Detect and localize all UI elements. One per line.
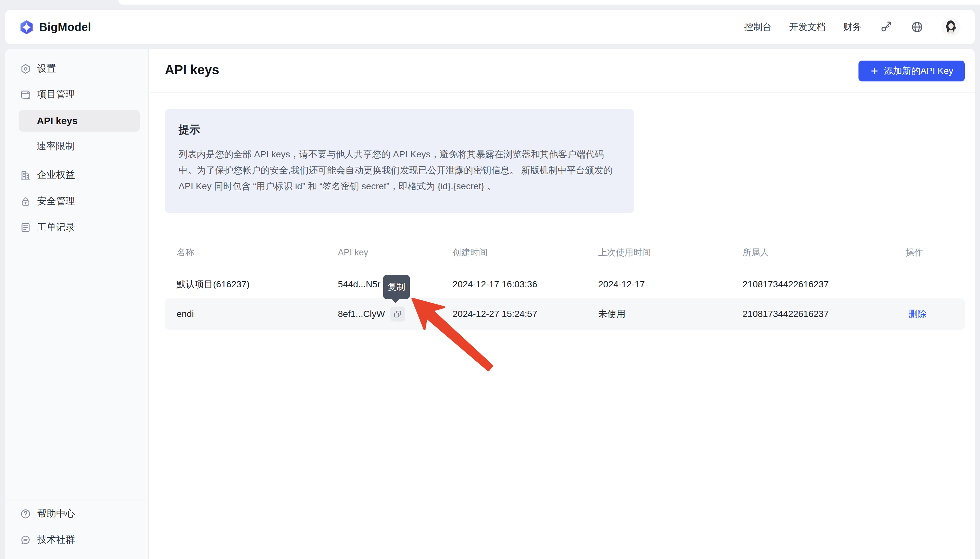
- notice-line: API Key 同时包含 “用户标识 id” 和 “签名密钥 secret”，即…: [178, 178, 620, 194]
- copy-tooltip: 复制: [383, 275, 410, 299]
- add-api-key-button[interactable]: 添加新的API Key: [858, 61, 965, 81]
- top-nav: 控制台 开发文档 财务: [744, 18, 960, 36]
- col-header-created: 创建时间: [453, 246, 598, 258]
- api-keys-table: 名称 API key 创建时间 上次使用时间 所属人 操作 默认项目(61623…: [165, 235, 965, 330]
- app-shell: 设置 项目管理 API keys 速率限制 企业权益: [5, 49, 975, 559]
- brand-name: BigModel: [39, 20, 91, 33]
- sidebar-item-help-center[interactable]: 帮助中心: [20, 504, 75, 524]
- sidebar-item-label: 项目管理: [37, 88, 75, 101]
- sidebar-item-label: 企业权益: [37, 169, 75, 182]
- nav-docs[interactable]: 开发文档: [789, 21, 826, 33]
- bigmodel-api-keys-page: { "header": { "brand": "BigModel", "nav"…: [0, 0, 980, 559]
- main-content: API keys 添加新的API Key 提示 列表内是您的全部 API key…: [150, 49, 975, 559]
- top-bar: BigModel 控制台 开发文档 财务: [5, 10, 975, 44]
- sidebar-item-label: 设置: [37, 62, 56, 75]
- col-header-last-used: 上次使用时间: [598, 246, 742, 258]
- copy-tooltip-label: 复制: [388, 281, 405, 293]
- gear-icon: [20, 63, 31, 74]
- sidebar-item-community[interactable]: 技术社群: [20, 530, 75, 549]
- notice-line: 中。为了保护您帐户的安全,我们还可能会自动更换我们发现已公开泄露的密钥信息。 新…: [178, 162, 620, 178]
- avatar[interactable]: [942, 18, 960, 36]
- cell-name: 默认项目(616237): [165, 278, 338, 291]
- globe-icon[interactable]: [910, 20, 924, 34]
- window-icon: [20, 89, 31, 100]
- notice-box: 提示 列表内是您的全部 API keys，请不要与他人共享您的 API Keys…: [165, 109, 634, 213]
- notice-title: 提示: [178, 122, 620, 137]
- sidebar-item-enterprise[interactable]: 企业权益: [20, 165, 75, 185]
- sidebar-item-label: 工单记录: [37, 221, 75, 234]
- browser-chrome-remnant: [118, 0, 980, 5]
- delete-key-link[interactable]: 删除: [906, 308, 927, 320]
- sidebar-item-label: 安全管理: [37, 195, 75, 208]
- sidebar: 设置 项目管理 API keys 速率限制 企业权益: [5, 49, 149, 559]
- building-icon: [20, 169, 31, 181]
- plus-icon: [870, 66, 879, 76]
- cell-last-used: 2024-12-17: [598, 279, 742, 289]
- sidebar-divider: [5, 499, 148, 499]
- question-circle-icon: [20, 508, 31, 519]
- cell-last-used: 未使用: [598, 308, 742, 320]
- api-key-icon[interactable]: [879, 20, 893, 34]
- cell-owner: 21081734422616237: [742, 279, 906, 289]
- col-header-name: 名称: [165, 246, 338, 258]
- sidebar-item-api-keys-active[interactable]: API keys: [18, 110, 140, 132]
- add-api-key-label: 添加新的API Key: [884, 65, 953, 77]
- sidebar-item-tickets[interactable]: 工单记录: [20, 218, 75, 237]
- api-key-masked: 8ef1...ClyW: [338, 309, 385, 319]
- table-row-hovered: endi 8ef1...ClyW 2024-12-27 15:24:57 未使用…: [165, 298, 965, 330]
- cell-api-key: 8ef1...ClyW: [338, 306, 453, 321]
- page-title: API keys: [165, 63, 219, 77]
- cell-name: endi: [165, 309, 338, 319]
- cell-actions: 删除: [906, 308, 965, 320]
- cell-owner: 21081734422616237: [742, 309, 906, 319]
- nav-console[interactable]: 控制台: [744, 21, 772, 33]
- api-key-masked: 544d...N5r: [338, 279, 380, 289]
- cell-created: 2024-12-27 15:24:57: [453, 309, 598, 319]
- page-header: API keys 添加新的API Key: [150, 49, 975, 93]
- bigmodel-logo-icon: [19, 20, 34, 35]
- sidebar-item-security[interactable]: 安全管理: [20, 192, 75, 211]
- col-header-owner: 所属人: [742, 246, 906, 258]
- copy-api-key-button[interactable]: [390, 306, 405, 321]
- chat-bubble-icon: [20, 534, 31, 546]
- document-icon: [20, 222, 31, 233]
- col-header-actions: 操作: [906, 246, 965, 258]
- notice-line: 列表内是您的全部 API keys，请不要与他人共享您的 API Keys，避免…: [178, 146, 620, 162]
- sidebar-item-label: 技术社群: [37, 533, 75, 546]
- nav-finance[interactable]: 财务: [843, 21, 861, 33]
- sidebar-item-label: 速率限制: [37, 140, 74, 153]
- lock-icon: [20, 196, 31, 207]
- sidebar-item-projects[interactable]: 项目管理: [20, 85, 75, 104]
- sidebar-item-label: API keys: [37, 115, 78, 126]
- table-row: 默认项目(616237) 544d...N5r 2024-12-17 16:03…: [165, 270, 965, 298]
- sidebar-item-rate-limits[interactable]: 速率限制: [37, 137, 74, 156]
- sidebar-item-label: 帮助中心: [37, 507, 75, 520]
- col-header-api-key: API key: [338, 248, 453, 258]
- cell-created: 2024-12-17 16:03:36: [453, 279, 598, 289]
- table-header-row: 名称 API key 创建时间 上次使用时间 所属人 操作: [165, 235, 965, 270]
- copy-icon: [393, 310, 402, 319]
- sidebar-item-settings[interactable]: 设置: [20, 59, 56, 78]
- brand-logo[interactable]: BigModel: [19, 20, 91, 35]
